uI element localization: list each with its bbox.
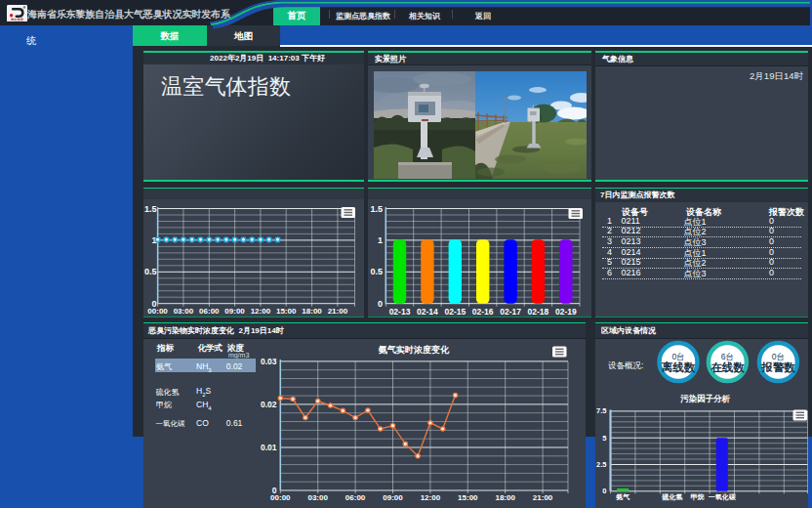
svg-text:0台: 0台 [671, 352, 684, 361]
svg-text:2.5: 2.5 [596, 460, 606, 469]
svg-text:03:00: 03:00 [307, 493, 328, 502]
svg-text:02-15: 02-15 [444, 307, 466, 317]
svg-text:21:00: 21:00 [533, 493, 553, 502]
svg-text:02-13: 02-13 [389, 307, 411, 317]
svg-text:硫化氢: 硫化氢 [662, 492, 683, 501]
svg-text:报警数: 报警数 [760, 361, 795, 374]
svg-text:航天智控: 航天智控 [10, 18, 24, 21]
svg-text:1.5: 1.5 [144, 203, 157, 213]
svg-text:06:00: 06:00 [345, 493, 366, 502]
svg-text:18:00: 18:00 [495, 493, 515, 502]
svg-text:7.5: 7.5 [596, 406, 606, 415]
svg-text:02-14: 02-14 [417, 307, 438, 317]
svg-text:15:00: 15:00 [276, 306, 297, 315]
svg-text:0台: 0台 [772, 352, 785, 361]
svg-text:12:00: 12:00 [251, 306, 271, 315]
svg-text:0.5: 0.5 [144, 267, 157, 276]
svg-text:0.03: 0.03 [261, 357, 277, 366]
svg-text:一氧化碳: 一氧化碳 [709, 493, 737, 501]
svg-text:18:00: 18:00 [302, 306, 322, 315]
svg-text:02-17: 02-17 [500, 307, 521, 317]
svg-text:0.01: 0.01 [261, 443, 277, 452]
svg-text:02-18: 02-18 [528, 307, 549, 317]
svg-text:氨气实时浓度变化: 氨气实时浓度变化 [378, 344, 450, 355]
svg-text:离线数: 离线数 [661, 360, 696, 374]
svg-text:02-16: 02-16 [472, 307, 494, 317]
svg-text:0.5: 0.5 [370, 267, 383, 276]
svg-text:1: 1 [378, 234, 383, 244]
svg-text:在线数: 在线数 [710, 361, 745, 374]
svg-text:09:00: 09:00 [224, 306, 245, 315]
svg-text:12:00: 12:00 [421, 493, 441, 502]
svg-text:1.5: 1.5 [370, 203, 383, 213]
svg-text:0: 0 [602, 487, 606, 495]
svg-text:15:00: 15:00 [458, 493, 478, 502]
svg-text:09:00: 09:00 [383, 493, 403, 502]
svg-text:00:00: 00:00 [147, 306, 168, 315]
svg-text:06:00: 06:00 [199, 306, 220, 315]
svg-text:02-19: 02-19 [555, 307, 577, 317]
svg-text:21:00: 21:00 [328, 306, 348, 315]
svg-text:6台: 6台 [721, 352, 734, 361]
svg-text:0.02: 0.02 [261, 400, 277, 409]
svg-text:5: 5 [602, 433, 606, 442]
svg-text:00:00: 00:00 [270, 493, 291, 502]
svg-text:甲烷: 甲烷 [690, 492, 704, 501]
svg-text:0: 0 [378, 298, 383, 308]
svg-text:氨气: 氨气 [615, 493, 629, 501]
svg-text:03:00: 03:00 [174, 306, 194, 315]
